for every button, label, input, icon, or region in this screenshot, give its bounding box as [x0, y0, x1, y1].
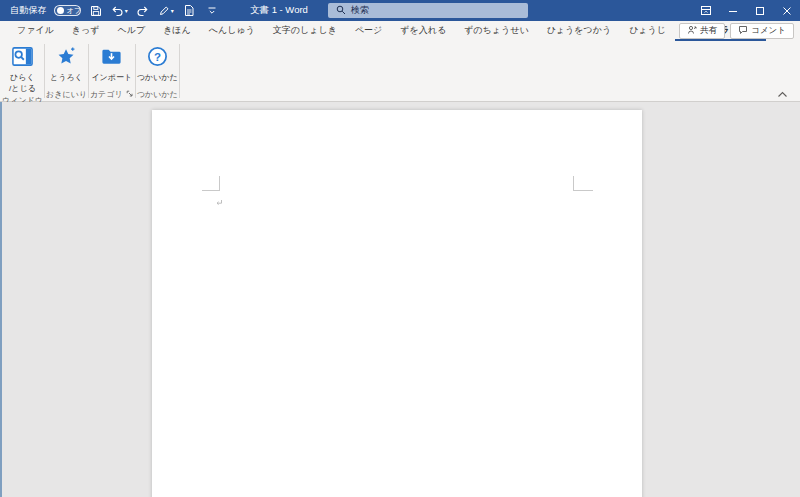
tab-file[interactable]: ファイル	[8, 21, 63, 41]
ribbon-group-separator	[135, 44, 136, 98]
document-tool-button[interactable]	[181, 2, 197, 19]
customize-quick-access-icon	[207, 6, 217, 15]
tab-page[interactable]: ページ	[346, 21, 391, 41]
document-icon	[183, 4, 195, 17]
autosave-toggle[interactable]: オフ	[54, 5, 81, 16]
open-close-button[interactable]: ひらく /とじる	[3, 43, 41, 95]
save-button[interactable]	[88, 2, 104, 19]
comment-icon	[738, 25, 748, 37]
minimize-button[interactable]	[719, 0, 746, 21]
pen-tool-button[interactable]: ▾	[158, 2, 174, 19]
group-name-howto: つかいかた	[137, 87, 178, 101]
redo-button[interactable]	[135, 2, 151, 19]
tab-view[interactable]: ひょうじ	[620, 21, 675, 41]
import-label: インポート	[91, 73, 132, 83]
ribbon-group-window: ひらく /とじる ウィンドウ	[2, 41, 43, 101]
group-name-favorites: おきにいり	[46, 87, 87, 101]
pen-icon	[158, 5, 170, 17]
svg-text:?: ?	[154, 51, 161, 63]
search-input[interactable]: 検索	[328, 3, 528, 18]
open-close-label-line2: /とじる	[9, 84, 36, 94]
ribbon-display-options-button[interactable]	[692, 0, 719, 21]
how-to-use-label: つかいかた	[137, 73, 178, 83]
crop-mark-top-left	[202, 190, 220, 191]
import-button[interactable]: インポート	[93, 43, 131, 85]
tab-text-format[interactable]: 文字のしょしき	[264, 21, 346, 41]
search-placeholder: 検索	[351, 4, 369, 17]
ribbon-group-howto: ? つかいかた つかいかた	[137, 41, 178, 101]
crop-mark-top-right	[573, 190, 593, 191]
ribbon-group-separator	[179, 44, 180, 98]
import-folder-icon	[100, 45, 123, 72]
tab-basic[interactable]: きほん	[154, 21, 200, 41]
comments-label: コメント	[751, 25, 786, 37]
tab-edit[interactable]: へんしゅう	[200, 21, 264, 41]
tab-help[interactable]: ヘルプ	[108, 21, 154, 41]
how-to-use-button[interactable]: ? つかいかた	[138, 43, 176, 85]
ribbon-tabs: ファイル きっず ヘルプ きほん へんしゅう 文字のしょしき ページ ずを入れる…	[0, 21, 766, 41]
ribbon-group-category: インポート カテゴリ	[90, 41, 134, 101]
undo-icon	[111, 5, 124, 17]
window-controls	[692, 0, 800, 21]
document-title: 文書 1 - Word	[250, 0, 308, 21]
maximize-button[interactable]	[746, 0, 773, 21]
autosave-label: 自動保存	[10, 4, 47, 17]
autosave-state: オフ	[67, 6, 81, 16]
ribbon-group-separator	[44, 44, 45, 98]
word-window: 自動保存 オフ ▾	[0, 0, 800, 497]
ribbon-display-options-icon	[700, 2, 712, 20]
tab-action-buttons: 共有 コメント	[679, 23, 794, 39]
minimize-icon	[728, 2, 738, 20]
paragraph-mark-icon	[215, 193, 223, 211]
maximize-icon	[755, 2, 765, 20]
tab-use-table[interactable]: ひょうをつかう	[538, 21, 620, 41]
comments-button[interactable]: コメント	[730, 23, 794, 39]
register-favorite-label: とうろく	[50, 73, 83, 83]
pen-dropdown-icon[interactable]: ▾	[171, 7, 174, 14]
document-canvas	[0, 102, 800, 497]
share-button[interactable]: 共有	[679, 23, 725, 39]
share-icon	[687, 25, 697, 37]
open-close-label-line1: ひらく	[10, 73, 35, 83]
save-icon	[90, 5, 102, 17]
favorite-star-icon	[55, 45, 78, 72]
undo-button[interactable]: ▾	[111, 2, 128, 19]
ribbon-group-favorites: とうろく おきにいり	[46, 41, 87, 101]
group-name-category-label: カテゴリ	[90, 89, 123, 100]
tab-kids[interactable]: きっず	[63, 21, 109, 41]
close-button[interactable]	[773, 0, 800, 21]
ribbon-group-separator	[88, 44, 89, 98]
ribbon: ひらく /とじる ウィンドウ とうろく おきにいり	[0, 41, 800, 102]
title-bar: 自動保存 オフ ▾	[0, 0, 800, 21]
collapse-ribbon-button[interactable]	[774, 87, 790, 99]
tab-insert-picture[interactable]: ずを入れる	[391, 21, 455, 41]
group-name-category: カテゴリ	[90, 87, 134, 101]
customize-quick-access-button[interactable]	[204, 2, 220, 19]
crop-mark-top-right	[573, 176, 574, 191]
share-label: 共有	[700, 25, 717, 37]
tab-picture-adjust[interactable]: ずのちょうせい	[455, 21, 537, 41]
help-icon: ?	[146, 45, 169, 72]
search-icon	[336, 5, 346, 17]
close-icon	[782, 2, 792, 20]
ribbon-tab-row: ファイル きっず ヘルプ きほん へんしゅう 文字のしょしき ページ ずを入れる…	[0, 21, 800, 41]
open-close-window-icon	[11, 45, 34, 72]
undo-dropdown-icon[interactable]: ▾	[125, 7, 128, 14]
toggle-knob-icon	[57, 7, 64, 14]
crop-mark-top-left	[219, 176, 220, 191]
redo-icon	[136, 5, 149, 17]
register-favorite-button[interactable]: とうろく	[47, 43, 85, 85]
dialog-launcher-icon[interactable]	[126, 90, 134, 98]
document-page[interactable]	[152, 110, 642, 497]
quick-access-toolbar: 自動保存 オフ ▾	[0, 2, 220, 19]
chevron-up-icon	[777, 84, 788, 102]
